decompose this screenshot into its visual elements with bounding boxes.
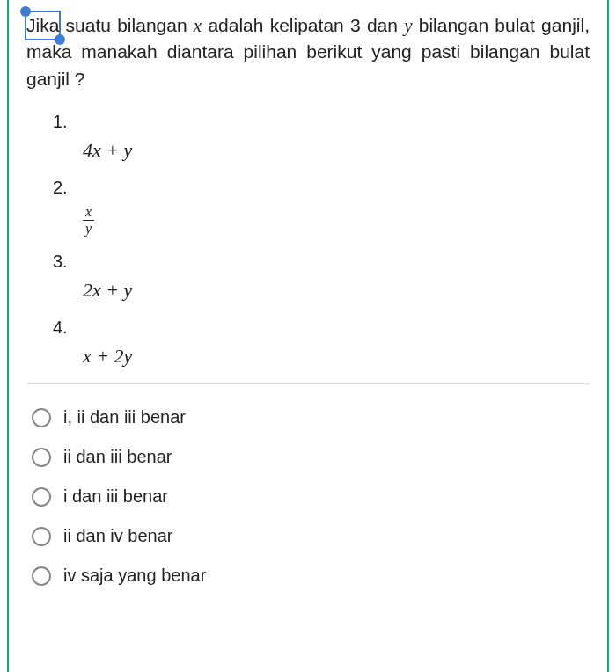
radio-icon [32,527,51,546]
statement-1-number: 1. [53,112,590,132]
statement-3: 3. 2x + y [53,252,590,302]
divider [26,383,590,384]
radio-icon [32,487,51,507]
statement-4-expression: x + 2y [83,345,590,368]
statement-1-expression: 4x + y [83,139,590,162]
choice-c[interactable]: i dan iii benar [32,486,590,507]
choice-d[interactable]: ii dan iv benar [32,526,590,546]
statement-3-expression: 2x + y [83,279,590,302]
selection-handle-start[interactable] [20,6,31,17]
question-part3: adalah kelipatan 3 dan [202,15,404,35]
answer-choices: i, ii dan iii benar ii dan iii benar i d… [32,407,590,586]
choice-a[interactable]: i, ii dan iii benar [32,407,590,427]
fraction-denominator: y [83,221,94,236]
choice-e-label: iv saja yang benar [63,566,206,586]
choice-c-label: i dan iii benar [63,486,168,507]
choice-b[interactable]: ii dan iii benar [32,447,590,467]
fraction: x y [83,205,94,236]
choice-e[interactable]: iv saja yang benar [32,566,590,586]
statement-2-expression: x y [83,205,590,236]
question-var-x: x [194,15,202,36]
statement-2: 2. x y [53,178,590,236]
question-part2: suatu bilangan [59,15,193,35]
radio-icon [32,408,51,427]
choice-a-label: i, ii dan iii benar [63,407,186,427]
statement-3-number: 3. [53,252,590,272]
choice-b-label: ii dan iii benar [63,447,172,467]
statement-1: 1. 4x + y [53,112,590,162]
question-card: Jika suatu bilangan x adalah kelipatan 3… [7,0,609,672]
radio-icon [32,448,51,467]
fraction-numerator: x [83,205,94,221]
radio-icon [32,566,51,586]
statement-4-number: 4. [53,318,590,338]
question-word-jika: Jika [26,15,59,35]
statement-list: 1. 4x + y 2. x y 3. 2x + y 4. x + 2y [53,112,590,368]
choice-d-label: ii dan iv benar [63,526,173,546]
selection-highlight[interactable]: Jika [26,12,59,39]
question-text: Jika suatu bilangan x adalah kelipatan 3… [26,12,590,92]
statement-2-number: 2. [53,178,590,198]
statement-4: 4. x + 2y [53,318,590,368]
